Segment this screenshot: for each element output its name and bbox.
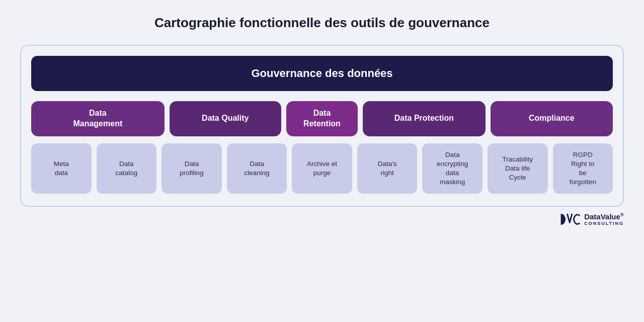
logo-brand: DataValue® bbox=[584, 213, 624, 221]
item-dataprofiling: Dataprofiling bbox=[162, 143, 222, 194]
logo-sub: CONSULTING bbox=[584, 221, 624, 226]
item-datacatalog: Datacatalog bbox=[97, 143, 157, 194]
categories-row: DataManagement Data Quality DataRetentio… bbox=[31, 101, 613, 136]
category-protection: Data Protection bbox=[363, 101, 485, 136]
items-row: Metadata Datacatalog Dataprofiling Datac… bbox=[31, 143, 613, 194]
category-quality: Data Quality bbox=[170, 101, 281, 136]
item-archivepurge: Archive etpurge bbox=[292, 143, 352, 194]
logo-text: DataValue® CONSULTING bbox=[584, 213, 624, 226]
item-tracability: TracabilityData lifeCycle bbox=[488, 143, 548, 194]
category-retention: DataRetention bbox=[286, 101, 358, 136]
category-management: DataManagement bbox=[31, 101, 165, 136]
outer-container: Gouvernance des données DataManagement D… bbox=[20, 45, 624, 207]
item-metadata: Metadata bbox=[31, 143, 92, 194]
logo-area: DataValue® CONSULTING bbox=[20, 212, 624, 227]
item-dataencrypting: Dataencryptingdatamasking bbox=[422, 143, 482, 194]
governance-header: Gouvernance des données bbox=[31, 56, 613, 91]
item-rgpd: RGPDRight tobeforgotten bbox=[553, 143, 613, 194]
item-datacleaning: Datacleaning bbox=[227, 143, 287, 194]
item-datasright: Data'sright bbox=[357, 143, 418, 194]
page-title: Cartographie fonctionnelle des outils de… bbox=[154, 15, 490, 31]
dvc-logo-icon bbox=[560, 212, 580, 227]
category-compliance: Compliance bbox=[491, 101, 613, 136]
